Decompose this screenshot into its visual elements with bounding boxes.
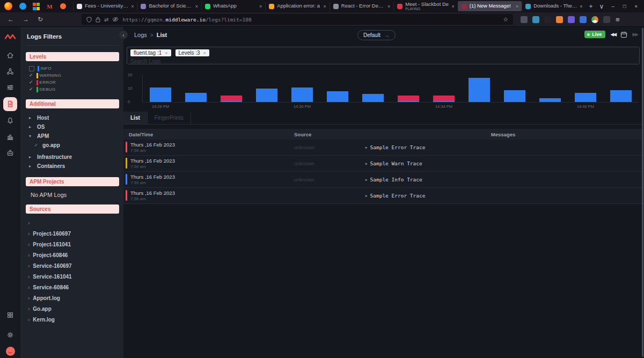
column-source[interactable]: Source xyxy=(290,131,362,137)
apps-grid-icon[interactable] xyxy=(3,309,17,322)
services-icon[interactable] xyxy=(3,65,17,78)
tree-item-apm[interactable]: ▾APM xyxy=(29,131,119,141)
bell-icon[interactable] xyxy=(3,114,17,127)
caret-right-icon[interactable]: ▸ xyxy=(29,115,33,120)
table-row[interactable]: Thurs ,16 Feb 20237:59 amunknown▸Sample … xyxy=(123,156,644,172)
filter-chip-levels[interactable]: Levels :3 × xyxy=(175,49,209,56)
source-item[interactable]: ›Go.app xyxy=(28,303,119,314)
filter-chip-fluent-tag[interactable]: fluent.tag :1 × xyxy=(130,49,171,56)
tree-item-os[interactable]: ▸OS xyxy=(29,122,119,131)
teal-extension-icon[interactable] xyxy=(532,16,539,23)
default-view-button[interactable]: Default → xyxy=(357,30,396,40)
fast-forward-icon[interactable]: ▶▶ xyxy=(632,32,638,37)
tab-close-icon[interactable]: × xyxy=(131,4,134,9)
logs-file-icon[interactable] xyxy=(3,97,17,111)
caret-down-icon[interactable]: ▾ xyxy=(29,134,33,138)
grey-extension-icon[interactable] xyxy=(603,16,610,23)
color-wheel-extension-icon[interactable] xyxy=(591,16,598,23)
expand-caret-icon[interactable]: ▸ xyxy=(365,145,368,150)
chevron-right-icon[interactable]: › xyxy=(28,263,30,269)
close-button[interactable]: × xyxy=(630,3,642,9)
expand-caret-icon[interactable]: ▸ xyxy=(365,194,368,198)
tab-close-icon[interactable]: × xyxy=(324,4,326,9)
url-bar[interactable]: ⇄ https://gqmzn.middleware.io/logs?limit… xyxy=(82,14,513,25)
maximize-button[interactable]: □ xyxy=(619,3,631,9)
scrollbar[interactable] xyxy=(642,28,643,357)
tree-item-infrastructure[interactable]: ▸Infrastructure xyxy=(29,152,119,162)
dark-extension-icon[interactable] xyxy=(544,16,551,23)
checked-checkbox-icon[interactable]: ✓ xyxy=(29,87,34,92)
browser-tab[interactable]: WhatsApp× xyxy=(201,1,265,11)
source-item[interactable]: ›Project-60846 xyxy=(28,250,119,260)
bar-chart-icon[interactable] xyxy=(3,130,17,143)
shield-icon[interactable] xyxy=(86,17,92,23)
checked-checkbox-icon[interactable]: ✓ xyxy=(29,80,34,85)
back-button[interactable]: ← xyxy=(3,16,18,23)
source-item[interactable]: ›Service-60846 xyxy=(28,282,119,293)
tree-item-go.app[interactable]: ✓go.app xyxy=(29,141,119,150)
calendar-icon[interactable] xyxy=(620,31,627,38)
lock-icon[interactable] xyxy=(96,17,100,23)
pocket-extension-icon[interactable] xyxy=(521,16,528,23)
container-swap-icon[interactable]: ⇄ xyxy=(104,17,108,23)
chevron-right-icon[interactable]: › xyxy=(28,252,30,258)
browser-tab[interactable]: Application error: a× xyxy=(265,1,329,11)
chevron-right-icon[interactable]: › xyxy=(28,284,30,290)
browser-tab[interactable]: Downloads - The G× xyxy=(522,1,586,11)
tab-close-icon[interactable]: × xyxy=(451,4,454,9)
source-item[interactable]: ›Kern.log xyxy=(28,314,119,325)
purple-extension-icon[interactable] xyxy=(568,16,575,23)
level-filter-item[interactable]: ✓ERROR xyxy=(29,79,119,86)
tree-item-containers[interactable]: ▸Containers xyxy=(29,162,119,171)
browser-tab[interactable]: Meet - Slackbot DePLAYING× xyxy=(393,1,457,11)
chevron-right-icon[interactable]: › xyxy=(28,317,30,323)
expand-caret-icon[interactable]: ▸ xyxy=(365,162,368,166)
column-datetime[interactable]: Date/Time xyxy=(123,131,290,137)
unchecked-checkbox-icon[interactable] xyxy=(29,66,34,71)
source-item[interactable]: ›Apport.log xyxy=(28,293,119,303)
menu-hamburger-icon[interactable]: ≡ xyxy=(616,16,620,24)
tab-close-icon[interactable]: × xyxy=(516,4,518,9)
blue-docs-extension-icon[interactable] xyxy=(580,16,587,23)
tab-close-icon[interactable]: × xyxy=(195,4,198,9)
chip-close-icon[interactable]: × xyxy=(165,50,167,56)
pinned-tab-gmail-icon[interactable]: M xyxy=(46,2,54,10)
caret-right-icon[interactable]: ▸ xyxy=(29,155,33,159)
source-item[interactable]: ›Service-161041 xyxy=(28,271,119,282)
browser-tab[interactable]: (1) New Message!× xyxy=(458,1,522,11)
rewind-icon[interactable]: ◀◀ xyxy=(610,32,616,37)
bot-icon[interactable] xyxy=(3,147,17,159)
chevron-right-icon[interactable]: › xyxy=(28,242,30,247)
user-avatar[interactable] xyxy=(6,347,15,356)
eye-off-icon[interactable] xyxy=(112,17,119,22)
breadcrumb-logs[interactable]: Logs xyxy=(134,32,147,38)
source-item[interactable]: ›Service-160697 xyxy=(28,260,119,271)
tab-close-icon[interactable]: × xyxy=(387,4,390,9)
table-row[interactable]: Thurs ,16 Feb 20237:59 amunknown▸Sample … xyxy=(123,172,644,188)
source-item[interactable]: ›Project-160697 xyxy=(28,228,119,239)
forward-button[interactable]: → xyxy=(18,16,33,23)
pinned-tab-twitter-icon[interactable] xyxy=(19,2,27,10)
browser-tab[interactable]: Fees - University of× xyxy=(73,1,137,11)
pinned-tab-microsoft-icon[interactable] xyxy=(32,2,40,10)
table-row[interactable]: Thurs ,16 Feb 20237:59 amunknown▸Sample … xyxy=(123,140,644,156)
home-icon[interactable] xyxy=(3,49,17,62)
expand-caret-icon[interactable]: ▸ xyxy=(365,178,368,182)
source-item[interactable]: ›Project-161041 xyxy=(28,239,119,250)
caret-right-icon[interactable]: ▸ xyxy=(29,125,33,129)
search-logs-box[interactable]: fluent.tag :1 × Levels :3 × Search Logs xyxy=(127,47,640,64)
table-row[interactable]: Thurs ,16 Feb 20237:56 am▸Sample Error T… xyxy=(123,188,644,204)
bookmark-star-icon[interactable]: ☆ xyxy=(503,16,508,23)
tab-list[interactable]: List xyxy=(123,112,148,124)
tab-fingerprints[interactable]: FingerPrints xyxy=(148,112,191,124)
pinned-tab-orange-icon[interactable] xyxy=(59,2,67,10)
column-messages[interactable]: Messages xyxy=(362,131,644,137)
level-filter-item[interactable]: ✓WARNING xyxy=(29,72,119,79)
reload-button[interactable]: ↻ xyxy=(33,16,47,23)
minimize-button[interactable]: – xyxy=(607,3,618,9)
tree-item-host[interactable]: ▸Host xyxy=(29,113,119,122)
browser-tab[interactable]: React - Error Decod× xyxy=(330,1,393,11)
collapse-filters-button[interactable]: ‹ xyxy=(119,31,128,39)
tab-close-icon[interactable]: × xyxy=(259,4,262,9)
chevron-right-icon[interactable]: › xyxy=(28,274,30,280)
